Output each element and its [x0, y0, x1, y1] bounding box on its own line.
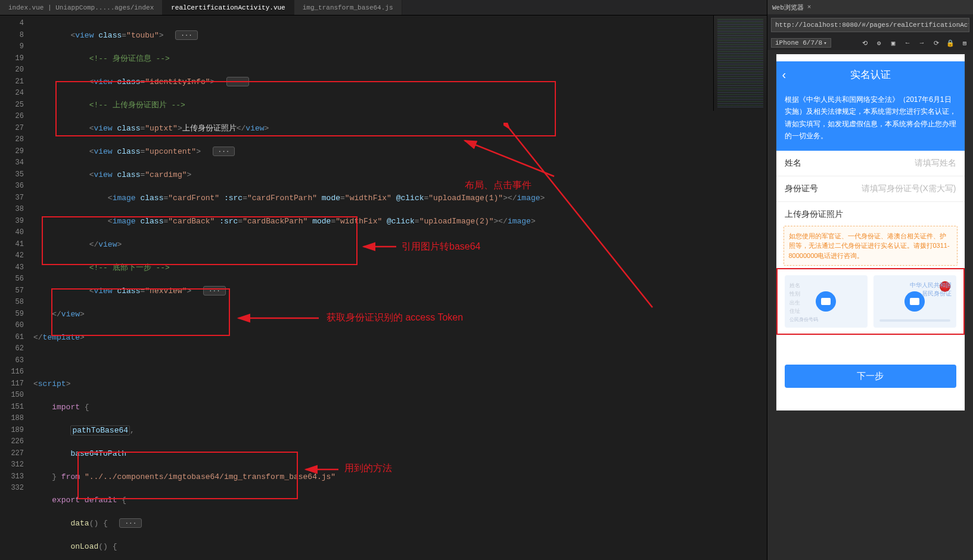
gear-icon[interactable]: ⚙	[874, 39, 884, 47]
name-label: 姓名	[785, 158, 801, 169]
line-gutter: 4891920212425262728293435363738394041424…	[0, 15, 33, 560]
preview-page-header: ‹ 实名认证	[776, 61, 965, 88]
tab-index-vue[interactable]: index.vue | UniappComp.....ages/index	[0, 0, 163, 15]
forward-icon[interactable]: →	[917, 39, 927, 46]
tab-img-transform[interactable]: img_transform_base64.js	[294, 0, 402, 15]
fold-badge[interactable]: ···	[175, 30, 198, 40]
upload-warning: 如您使用的军官证、一代身份证、港澳台相关证件、护照等，无法通过二代身份证进行实名…	[784, 226, 958, 266]
editor-area: index.vue | UniappComp.....ages/index re…	[0, 0, 767, 560]
grid-icon[interactable]: ⊞	[960, 39, 969, 47]
back-chevron-icon[interactable]: ‹	[782, 68, 787, 82]
id-card-front-upload[interactable]: 姓名 性别 出生 住址 公民身份号码	[785, 275, 868, 328]
notice-text: 根据《中华人民共和国网络安全法》（2017年6月1日实施）及相关法律规定，本系统…	[776, 88, 965, 151]
fold-badge[interactable]: ···	[203, 286, 226, 295]
editor-tabs: index.vue | UniappComp.....ages/index re…	[0, 0, 767, 15]
web-preview-panel: Web浏览器 × http://localhost:8080/#/pages/r…	[767, 0, 973, 560]
screenshot-icon[interactable]: ▣	[888, 39, 898, 47]
preview-toolbar: iPhone 6/7/8▾ ⟲ ⚙ ▣ ← → ⟳ 🔒 ⊞	[767, 36, 973, 50]
id-input[interactable]: 请填写身份证号(X需大写)	[862, 183, 956, 194]
id-label: 身份证号	[785, 183, 818, 194]
name-row: 姓名 请填写姓名	[776, 151, 965, 176]
preview-titlebar: Web浏览器 ×	[767, 0, 973, 14]
upload-section-title: 上传身份证照片	[776, 202, 965, 223]
device-selector[interactable]: iPhone 6/7/8▾	[771, 38, 831, 48]
fold-badge[interactable]: ···	[226, 77, 249, 86]
fold-badge[interactable]: ···	[213, 147, 235, 156]
annotation-label: 引用图片转base64	[402, 241, 481, 253]
name-input[interactable]: 请填写姓名	[915, 158, 956, 169]
minimap[interactable]	[713, 15, 767, 111]
phone-frame: ‹ 实名认证 根据《中华人民共和国网络安全法》（2017年6月1日实施）及相关法…	[776, 54, 965, 411]
tab-real-certification[interactable]: realCertificationActivity.vue	[163, 0, 294, 15]
card-upload-area: 姓名 性别 出生 住址 公民身份号码 中华人民共和国 居民身份证	[776, 268, 965, 335]
id-card-back-upload[interactable]: 中华人民共和国 居民身份证	[873, 275, 956, 328]
close-icon[interactable]: ×	[807, 4, 812, 11]
lock-icon[interactable]: 🔒	[946, 39, 955, 47]
back-icon[interactable]: ←	[903, 39, 912, 46]
code-body: 4891920212425262728293435363738394041424…	[0, 15, 767, 560]
id-row: 身份证号 请填写身份证号(X需大写)	[776, 176, 965, 202]
annotation-label: 布局、点击事件	[465, 179, 531, 192]
code-content[interactable]: <view class="toubu"> ··· <!-- 身份证信息 --> …	[33, 15, 767, 560]
annotation-label: 获取身份证识别的 access Token	[327, 312, 463, 324]
preview-title: Web浏览器	[772, 3, 804, 12]
preview-viewport: ‹ 实名认证 根据《中华人民共和国网络安全法》（2017年6月1日实施）及相关法…	[767, 50, 973, 560]
annotation-label: 用到的方法	[344, 462, 392, 475]
rotate-icon[interactable]: ⟲	[860, 39, 869, 47]
camera-icon	[816, 291, 836, 312]
next-button[interactable]: 下一步	[785, 365, 956, 388]
preview-url-input[interactable]: http://localhost:8080/#/pages/realCertif…	[771, 18, 969, 32]
page-title: 实名认证	[850, 68, 891, 82]
fold-badge[interactable]: ···	[119, 518, 142, 528]
refresh-icon[interactable]: ⟳	[931, 39, 941, 47]
